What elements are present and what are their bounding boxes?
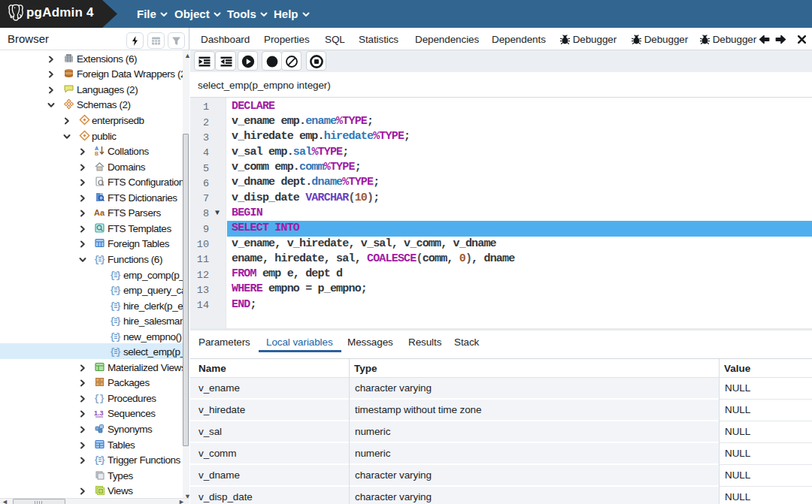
svg-text:A: A [95,146,98,151]
svg-text:1.3: 1.3 [94,409,104,417]
svg-text:B: B [95,151,98,156]
svg-text:}: } [99,394,105,403]
svg-text:Aa: Aa [94,208,105,217]
